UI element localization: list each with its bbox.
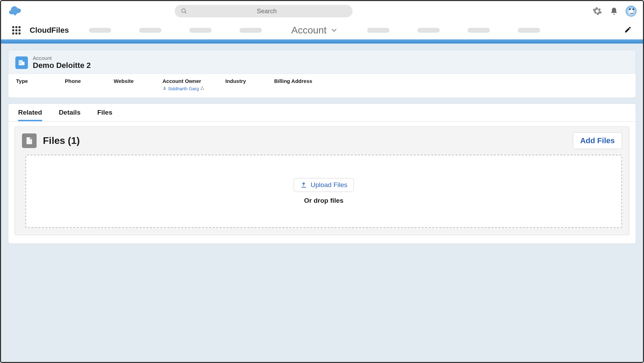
chevron-down-icon xyxy=(330,26,338,34)
user-avatar[interactable] xyxy=(626,6,637,17)
header-actions xyxy=(592,6,637,17)
global-header: Search xyxy=(1,1,643,21)
nav-object-dropdown[interactable]: Account xyxy=(291,25,338,36)
owner-hierarchy-icon[interactable] xyxy=(200,86,204,91)
nav-placeholder[interactable] xyxy=(518,28,540,33)
upload-button-label: Upload Files xyxy=(311,181,348,189)
app-name: CloudFiles xyxy=(30,26,69,35)
nav-placeholder[interactable] xyxy=(417,28,440,33)
drop-files-text: Or drop files xyxy=(304,197,343,204)
edit-pencil-icon[interactable] xyxy=(624,26,632,35)
files-list-header: Files (1) Add Files xyxy=(15,127,629,155)
nav-placeholder[interactable] xyxy=(89,28,111,33)
tab-details[interactable]: Details xyxy=(59,109,81,121)
app-nav-bar: CloudFiles Account xyxy=(1,21,643,39)
accent-bar xyxy=(1,39,643,44)
field-billing: Billing Address xyxy=(274,78,312,91)
field-industry: Industry xyxy=(225,78,253,91)
svg-rect-8 xyxy=(20,63,20,64)
account-compact-fields: Type Phone Website Account Owner Siddhar… xyxy=(8,74,636,98)
nav-placeholder[interactable] xyxy=(367,28,389,33)
field-website: Website xyxy=(114,78,142,91)
svg-point-10 xyxy=(164,87,165,88)
notifications-bell-icon[interactable] xyxy=(609,6,619,16)
page-body: Account Demo Deloitte 2 Type Phone Websi… xyxy=(1,44,643,362)
nav-placeholder[interactable] xyxy=(468,28,490,33)
account-name: Demo Deloitte 2 xyxy=(33,61,91,70)
cloud-logo-icon xyxy=(9,6,21,16)
tab-related[interactable]: Related xyxy=(18,109,42,121)
file-dropzone[interactable]: Upload Files Or drop files xyxy=(25,155,622,228)
account-icon xyxy=(15,56,28,69)
nav-placeholder[interactable] xyxy=(139,28,161,33)
field-phone: Phone xyxy=(65,78,93,91)
record-type-label: Account xyxy=(33,55,91,61)
owner-avatar-icon xyxy=(162,86,167,91)
account-header: Account Demo Deloitte 2 xyxy=(8,50,636,74)
files-icon xyxy=(22,133,37,148)
files-title: Files (1) xyxy=(43,135,80,146)
setup-gear-icon[interactable] xyxy=(592,6,603,16)
svg-rect-5 xyxy=(21,61,21,61)
account-highlights-card: Account Demo Deloitte 2 Type Phone Websi… xyxy=(8,50,636,98)
svg-rect-9 xyxy=(21,63,21,64)
global-search[interactable]: Search xyxy=(175,5,353,17)
svg-rect-4 xyxy=(20,61,20,61)
svg-rect-6 xyxy=(20,62,20,63)
svg-rect-7 xyxy=(21,62,21,63)
account-meta: Account Demo Deloitte 2 xyxy=(33,55,91,70)
svg-rect-12 xyxy=(201,89,202,90)
nav-object-label: Account xyxy=(291,25,326,36)
nav-placeholder[interactable] xyxy=(189,28,212,33)
svg-rect-11 xyxy=(202,87,203,88)
owner-link[interactable]: Siddharth Garg xyxy=(168,86,199,91)
search-icon xyxy=(181,8,187,14)
field-type: Type xyxy=(16,78,44,91)
search-placeholder: Search xyxy=(187,8,346,15)
nav-placeholder[interactable] xyxy=(240,28,262,33)
tabs-row: Related Details Files xyxy=(8,104,636,122)
svg-point-0 xyxy=(182,9,185,13)
svg-line-1 xyxy=(185,12,187,14)
svg-rect-3 xyxy=(23,62,25,65)
field-owner: Account Owner Siddharth Garg xyxy=(162,78,204,91)
svg-rect-13 xyxy=(203,89,204,90)
app-launcher-icon[interactable] xyxy=(12,26,21,34)
add-files-button[interactable]: Add Files xyxy=(573,132,622,149)
upload-icon xyxy=(300,182,307,188)
files-related-list: Files (1) Add Files Upload Files Or drop… xyxy=(15,126,629,235)
record-tabs-card: Related Details Files Files (1) Add File… xyxy=(8,103,636,244)
upload-files-button[interactable]: Upload Files xyxy=(294,178,354,192)
tab-files[interactable]: Files xyxy=(97,109,112,121)
